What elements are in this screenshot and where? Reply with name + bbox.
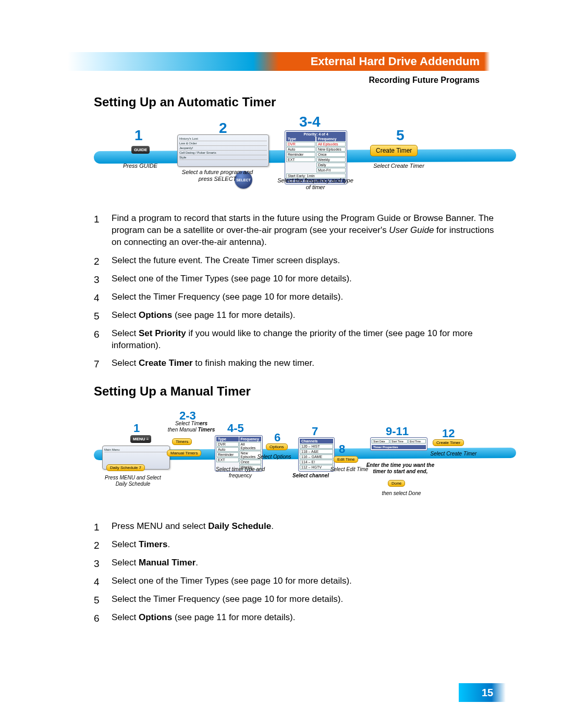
m-create-timer-button: Create Timer <box>433 439 464 446</box>
heading-manual-timer: Setting Up a Manual Timer <box>94 384 506 399</box>
auto-timer-steps: Find a program to record that starts in … <box>94 213 506 369</box>
step-item: Select Timers. <box>94 539 506 551</box>
page-number: 15 <box>459 683 506 702</box>
program-guide-screenshot: History's Lost Law & Order Jeopardy! Cel… <box>177 134 269 167</box>
step-number-5: 5 <box>396 127 405 144</box>
step-number-3-4: 3-4 <box>299 114 320 130</box>
m-step12-caption: Select Create Timer <box>422 451 485 457</box>
step-item: Select Manual Timer. <box>94 557 506 569</box>
edit-time-button: Edit Time <box>334 456 358 463</box>
time-entry-screenshot: Start Date Start Time End Time Timer Pro… <box>370 437 427 451</box>
m-step-number-4-5: 4-5 <box>227 422 244 435</box>
doc-header-subtitle: Recording Future Programs <box>369 76 480 85</box>
step-item: Select Set Priority if you would like to… <box>94 328 506 352</box>
step-item: Select the Timer Frequency (see page 10 … <box>94 291 506 303</box>
flow-diagram-manual: 1 MENU ≡ Main Menu Daily Schedule 7 Pres… <box>94 406 506 505</box>
step-item: Select Options (see page 11 for more det… <box>94 310 506 322</box>
step34-caption: Select the frequency and type of timer <box>276 177 354 191</box>
m-step-number-9-11: 9-11 <box>386 425 409 438</box>
m-step-number-7: 7 <box>312 425 318 438</box>
step-item: Press MENU and select Daily Schedule. <box>94 521 506 533</box>
m-step7-caption: Select channel <box>285 473 337 479</box>
m-step23-caption: Select Timersthen Manual Timers <box>157 421 225 433</box>
m-step911-caption2: then select Done <box>365 490 438 497</box>
m-step1-caption: Press MENU and Select Daily Schedule <box>99 475 167 487</box>
step-item: Select Options (see page 11 for more det… <box>94 612 506 624</box>
done-button: Done <box>388 480 405 487</box>
m-step-number-6: 6 <box>274 431 280 445</box>
remote-guide-button: GUIDE <box>131 146 150 154</box>
heading-automatic-timer: Setting Up an Automatic Timer <box>94 95 506 109</box>
remote-menu-button: MENU ≡ <box>130 435 151 443</box>
m-step-number-1: 1 <box>133 422 140 435</box>
m-step911-caption: Enter the time you want the timer to sta… <box>364 462 437 474</box>
manual-timer-steps: Press MENU and select Daily Schedule.Sel… <box>94 521 506 624</box>
step1-caption: Press GUIDE <box>101 163 179 169</box>
step-item: Select the Timer Frequency (see page 10 … <box>94 594 506 606</box>
daily-schedule-button: Daily Schedule 7 <box>106 464 145 471</box>
step-item: Select one of the Timer Types (see page … <box>94 575 506 587</box>
step5-caption: Select Create Timer <box>360 163 438 169</box>
step-item: Find a program to record that starts in … <box>94 213 506 249</box>
manual-timers-button: Manual Timers <box>167 450 201 456</box>
step-item: Select one of the Timer Types (see page … <box>94 273 506 285</box>
step-number-1: 1 <box>134 127 143 144</box>
flow-diagram-automatic: 1 GUIDE Press GUIDE 2 History's Lost Law… <box>94 117 506 200</box>
timer-dialog-screenshot: Priority: 4 of 4 Type DVR Auto Reminder … <box>285 130 347 184</box>
m-step6-caption: Select Options <box>248 454 300 460</box>
step-item: Select the future event. The Create Time… <box>94 255 506 267</box>
doc-header-title: External Hard Drive Addendum <box>311 52 480 71</box>
m-step45-caption: Select timer type and frequency <box>206 466 274 478</box>
timers-button: Timers <box>172 438 192 445</box>
options-button: Options <box>266 443 288 450</box>
create-timer-button: Create Timer <box>370 145 418 156</box>
m-step-number-8: 8 <box>339 442 345 456</box>
step-item: Select Create Timer to finish making the… <box>94 357 506 369</box>
step2-caption: Select a future program and press SELECT <box>178 169 256 182</box>
m-step-number-12: 12 <box>442 427 455 440</box>
